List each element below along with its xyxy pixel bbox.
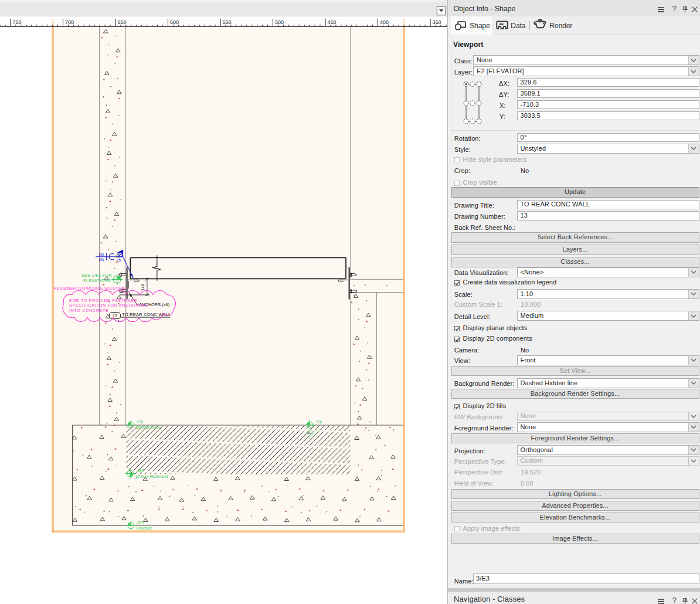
svg-text:550: 550 bbox=[223, 19, 232, 25]
svg-text:350: 350 bbox=[433, 19, 441, 25]
svg-text:(6): (6) bbox=[99, 257, 104, 262]
svg-text:750: 750 bbox=[13, 19, 22, 25]
svg-text:450: 450 bbox=[328, 19, 337, 25]
svg-text:INTO CONCRETE: INTO CONCRETE bbox=[69, 308, 109, 313]
svg-text:650: 650 bbox=[118, 19, 127, 25]
svg-text:REVIEWER TO PROVIDE SOLUTION: REVIEWER TO PROVIDE SOLUTION bbox=[54, 286, 126, 291]
svg-text:pit floor Richmond: pit floor Richmond bbox=[136, 474, 168, 479]
svg-text:pit floor ARCH: pit floor ARCH bbox=[136, 425, 161, 430]
svg-text:SEE 1/E1 FOR: SEE 1/E1 FOR bbox=[81, 273, 112, 278]
svg-text:700: 700 bbox=[65, 19, 74, 25]
svg-text:+76: +76 bbox=[315, 420, 322, 424]
svg-text:+76: +76 bbox=[136, 420, 143, 424]
svg-text:+0: +0 bbox=[315, 428, 320, 432]
svg-text:148: 148 bbox=[141, 284, 145, 290]
svg-text:76: 76 bbox=[117, 258, 121, 262]
svg-text:-382: -382 bbox=[136, 469, 144, 473]
svg-text:400: 400 bbox=[380, 19, 389, 25]
svg-text:ELEVATIONS: ELEVATIONS bbox=[83, 278, 111, 283]
svg-text:EOR TO PROVIDE FASTENER: EOR TO PROVIDE FASTENER bbox=[69, 298, 137, 303]
svg-text:7: 7 bbox=[118, 253, 120, 257]
svg-text:SPECIFICATION FOR ANCHORING: SPECIFICATION FOR ANCHORING bbox=[69, 303, 148, 307]
svg-text:Structure: Structure bbox=[136, 526, 152, 530]
svg-text:(6): (6) bbox=[99, 252, 104, 257]
svg-text:-875: -875 bbox=[136, 521, 144, 525]
svg-text:500: 500 bbox=[275, 19, 284, 25]
svg-text:600: 600 bbox=[170, 19, 179, 25]
svg-text:TO REAR CONC WALL: TO REAR CONC WALL bbox=[122, 312, 171, 317]
